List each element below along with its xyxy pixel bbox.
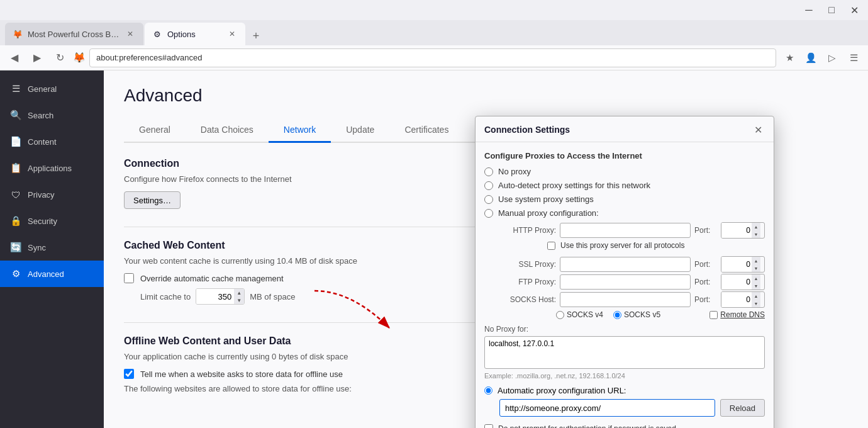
auto-proxy-radio[interactable] bbox=[484, 386, 492, 395]
spinner-btns: ▲ ▼ bbox=[234, 289, 244, 304]
socks-v4-row[interactable]: SOCKS v4 bbox=[556, 310, 603, 319]
override-cache-checkbox[interactable] bbox=[124, 273, 134, 283]
tab-2-favicon: ⚙ bbox=[152, 29, 162, 39]
tab-update[interactable]: Update bbox=[331, 118, 389, 143]
http-port-down[interactable]: ▼ bbox=[752, 230, 760, 238]
sidebar: ☰ General 🔍 Search 📄 Content 📋 Applicati… bbox=[0, 70, 104, 428]
main-area: ☰ General 🔍 Search 📄 Content 📋 Applicati… bbox=[0, 70, 868, 428]
sidebar-item-general[interactable]: ☰ General bbox=[0, 76, 104, 102]
back-button[interactable]: ◀ bbox=[5, 48, 24, 67]
general-icon: ☰ bbox=[10, 83, 21, 94]
no-proxy-textarea[interactable]: localhost, 127.0.0.1 bbox=[484, 336, 765, 369]
configure-proxies-label: Configure Proxies to Access the Internet bbox=[484, 151, 765, 160]
manual-proxy-radio[interactable] bbox=[484, 209, 493, 218]
spinner-up[interactable]: ▲ bbox=[234, 289, 244, 296]
socks-v5-row[interactable]: SOCKS v5 bbox=[613, 310, 660, 319]
remote-dns-checkbox[interactable] bbox=[709, 311, 718, 319]
auto-detect-row: Auto-detect proxy settings for this netw… bbox=[484, 181, 765, 190]
sidebar-item-general-label: General bbox=[28, 84, 57, 94]
ssl-port-up[interactable]: ▲ bbox=[752, 257, 760, 264]
tab-1-close[interactable]: ✕ bbox=[125, 28, 136, 40]
tab-2-close[interactable]: ✕ bbox=[226, 28, 238, 40]
sidebar-item-applications[interactable]: 📋 Applications bbox=[0, 155, 104, 181]
tab-general[interactable]: General bbox=[124, 118, 186, 143]
system-proxy-radio[interactable] bbox=[484, 195, 493, 204]
use-proxy-all-row: Use this proxy server for all protocols bbox=[484, 241, 765, 250]
dialog-body: Configure Proxies to Access the Internet… bbox=[476, 142, 774, 428]
reload-button[interactable]: Reload bbox=[720, 399, 765, 417]
ssl-port-input[interactable] bbox=[721, 257, 752, 272]
close-button[interactable]: ✕ bbox=[845, 1, 863, 19]
do-not-prompt-checkbox[interactable] bbox=[484, 424, 493, 428]
nav-bar: ◀ ▶ ↻ 🦊 about:preferences#advanced ★ 👤 ▷… bbox=[0, 45, 868, 70]
socks-port-input[interactable] bbox=[721, 292, 752, 307]
profile-icon[interactable]: 👤 bbox=[801, 48, 820, 67]
no-proxy-row: No proxy bbox=[484, 167, 765, 176]
ssl-proxy-input[interactable] bbox=[560, 257, 691, 272]
sidebar-item-content[interactable]: 📄 Content bbox=[0, 128, 104, 155]
cache-size-input[interactable]: 350 bbox=[196, 289, 234, 304]
cache-size-spinner[interactable]: 350 ▲ ▼ bbox=[196, 288, 245, 305]
tab-2[interactable]: ⚙ Options ✕ bbox=[145, 23, 245, 45]
new-tab-button[interactable]: + bbox=[247, 26, 265, 45]
ssl-port-spinner[interactable]: ▲ ▼ bbox=[721, 256, 765, 273]
sidebar-item-sync[interactable]: 🔄 Sync bbox=[0, 234, 104, 261]
http-port-up[interactable]: ▲ bbox=[752, 223, 760, 230]
ssl-port-label: Port: bbox=[694, 260, 717, 269]
dialog-close-button[interactable]: ✕ bbox=[751, 123, 765, 137]
system-proxy-label: Use system proxy settings bbox=[498, 194, 594, 204]
spinner-down[interactable]: ▼ bbox=[234, 296, 244, 304]
sidebar-item-search[interactable]: 🔍 Search bbox=[0, 102, 104, 128]
tab-certificates[interactable]: Certificates bbox=[389, 118, 464, 143]
url-text: about:preferences#advanced bbox=[96, 53, 202, 62]
tell-me-label: Tell me when a website asks to store dat… bbox=[140, 369, 343, 379]
minimize-button[interactable]: ─ bbox=[800, 1, 818, 19]
bookmarks-icon[interactable]: ★ bbox=[780, 48, 799, 67]
tab-bar: 🦊 Most Powerful Cross Brow... ✕ ⚙ Option… bbox=[0, 20, 868, 45]
tab-1[interactable]: 🦊 Most Powerful Cross Brow... ✕ bbox=[5, 23, 143, 45]
title-bar: ─ □ ✕ bbox=[0, 0, 868, 20]
tab-2-title: Options bbox=[167, 30, 221, 39]
tab-data-choices[interactable]: Data Choices bbox=[186, 118, 269, 143]
do-not-prompt-row: Do not prompt for authentication if pass… bbox=[484, 424, 765, 428]
sidebar-item-advanced[interactable]: ⚙ Advanced bbox=[0, 261, 104, 287]
tell-me-checkbox[interactable] bbox=[124, 369, 134, 379]
http-proxy-input[interactable] bbox=[560, 223, 691, 238]
menu-icon[interactable]: ☰ bbox=[844, 48, 863, 67]
forward-button[interactable]: ▶ bbox=[28, 48, 47, 67]
auto-proxy-url-input[interactable]: http://someone.proxy.com/ bbox=[499, 399, 715, 417]
page-title: Advanced bbox=[124, 86, 587, 106]
remote-dns-row[interactable]: Remote DNS bbox=[709, 310, 765, 319]
http-port-input[interactable] bbox=[721, 223, 752, 238]
ssl-proxy-label: SSL Proxy: bbox=[499, 260, 556, 269]
socks-v4-label: SOCKS v4 bbox=[567, 310, 603, 319]
use-proxy-all-checkbox[interactable] bbox=[547, 242, 555, 250]
applications-icon: 📋 bbox=[10, 162, 21, 174]
ftp-port-down[interactable]: ▼ bbox=[752, 282, 760, 290]
ssl-port-down[interactable]: ▼ bbox=[752, 264, 760, 272]
socks-v5-radio[interactable] bbox=[613, 311, 621, 319]
ftp-port-spinner[interactable]: ▲ ▼ bbox=[721, 274, 765, 290]
socks-port-down[interactable]: ▼ bbox=[752, 300, 760, 307]
socks-port-spinner[interactable]: ▲ ▼ bbox=[721, 291, 765, 308]
socks-port-label: Port: bbox=[694, 295, 717, 304]
pocket-icon[interactable]: ▷ bbox=[823, 48, 842, 67]
connection-settings-button[interactable]: Settings… bbox=[124, 191, 181, 209]
ftp-port-input[interactable] bbox=[721, 274, 752, 290]
http-port-spinner[interactable]: ▲ ▼ bbox=[721, 222, 765, 239]
sidebar-item-security[interactable]: 🔒 Security bbox=[0, 208, 104, 234]
ftp-proxy-input[interactable] bbox=[560, 274, 691, 290]
auto-detect-radio[interactable] bbox=[484, 181, 493, 190]
tab-network[interactable]: Network bbox=[269, 118, 331, 143]
maximize-button[interactable]: □ bbox=[823, 1, 840, 19]
socks-host-input[interactable] bbox=[560, 292, 691, 307]
no-proxy-radio[interactable] bbox=[484, 167, 493, 176]
url-bar[interactable]: about:preferences#advanced bbox=[89, 48, 776, 67]
system-proxy-row: Use system proxy settings bbox=[484, 194, 765, 204]
ftp-port-up[interactable]: ▲ bbox=[752, 274, 760, 282]
socks-port-up[interactable]: ▲ bbox=[752, 292, 760, 300]
reload-button[interactable]: ↻ bbox=[50, 48, 69, 67]
socks-v4-radio[interactable] bbox=[556, 311, 564, 319]
sidebar-item-security-label: Security bbox=[28, 217, 57, 226]
sidebar-item-privacy[interactable]: 🛡 Privacy bbox=[0, 181, 104, 208]
